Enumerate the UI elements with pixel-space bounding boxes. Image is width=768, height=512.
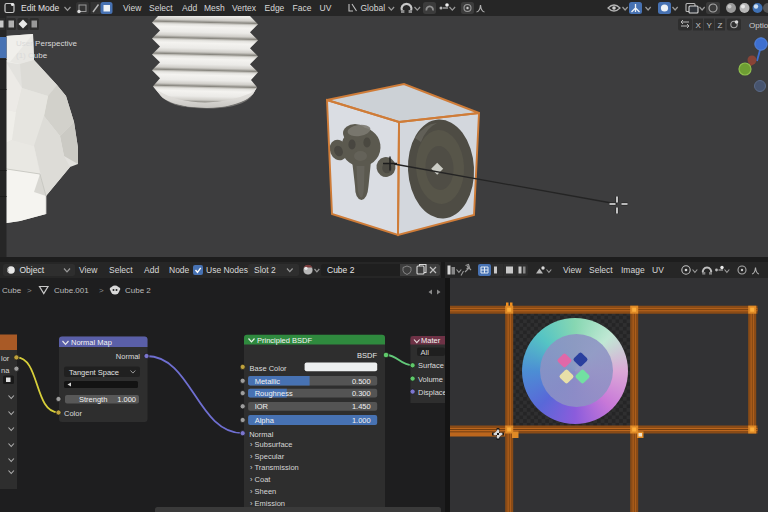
svg-text:IOR: IOR (255, 402, 269, 411)
svg-text:Color: Color (64, 409, 82, 418)
svg-text:› Emission: › Emission (250, 499, 285, 508)
svg-text:Cube 2: Cube 2 (125, 286, 151, 295)
svg-text:Normal: Normal (249, 430, 274, 439)
svg-text:X: X (696, 21, 702, 30)
svg-text:Edge: Edge (265, 3, 285, 13)
svg-text:Optio: Optio (749, 21, 768, 30)
svg-text:Global: Global (361, 3, 386, 13)
svg-text:Edit Mode: Edit Mode (21, 3, 60, 13)
svg-text:Select: Select (109, 265, 133, 275)
svg-text:View: View (563, 265, 582, 275)
svg-text:Face: Face (293, 3, 312, 13)
svg-text:Add: Add (144, 265, 159, 275)
svg-text:Image: Image (621, 265, 645, 275)
svg-text:Vertex: Vertex (232, 3, 257, 13)
svg-text:UV: UV (320, 3, 332, 13)
svg-text:Surface: Surface (418, 361, 444, 370)
svg-text:Volume: Volume (418, 375, 443, 384)
svg-text:› Specular: › Specular (250, 452, 285, 461)
svg-text:Y: Y (707, 21, 713, 30)
svg-text:0.300: 0.300 (352, 389, 371, 398)
svg-text:Tangent Space: Tangent Space (69, 368, 119, 377)
svg-text:Use Nodes: Use Nodes (206, 265, 248, 275)
svg-text:Object: Object (20, 265, 45, 275)
svg-text:Roughness: Roughness (255, 389, 293, 398)
svg-text:Node: Node (169, 265, 190, 275)
svg-text:User Perspective: User Perspective (16, 39, 77, 48)
svg-text:Mater: Mater (421, 336, 441, 345)
svg-text:View: View (79, 265, 98, 275)
svg-text:>: > (27, 286, 32, 295)
svg-text:› Coat: › Coat (250, 475, 271, 484)
svg-text:Strength: Strength (79, 395, 107, 404)
svg-text:Cube.001: Cube.001 (54, 286, 89, 295)
svg-text:› Subsurface: › Subsurface (250, 440, 293, 449)
svg-text:Normal: Normal (116, 352, 141, 361)
svg-text:Metallic: Metallic (255, 377, 281, 386)
svg-text:1.450: 1.450 (352, 402, 371, 411)
svg-text:Cube 2: Cube 2 (327, 265, 355, 275)
svg-text:0.500: 0.500 (352, 377, 371, 386)
svg-text:Cube: Cube (2, 286, 22, 295)
svg-text:1.000: 1.000 (352, 416, 371, 425)
svg-text:lor: lor (1, 354, 10, 363)
svg-text:>: > (99, 286, 104, 295)
svg-text:Alpha: Alpha (255, 416, 275, 425)
svg-text:1.000: 1.000 (117, 395, 136, 404)
svg-text:View: View (123, 3, 142, 13)
svg-text:Select: Select (149, 3, 173, 13)
svg-text:Z: Z (718, 21, 723, 30)
svg-text:(1) Cube: (1) Cube (16, 51, 48, 60)
svg-text:Select: Select (589, 265, 613, 275)
svg-text:Mesh: Mesh (204, 3, 225, 13)
svg-text:Principled BSDF: Principled BSDF (257, 336, 312, 345)
svg-text:All: All (421, 348, 430, 357)
svg-text:Displacem: Displacem (418, 388, 445, 397)
svg-text:Base Color: Base Color (250, 364, 288, 373)
svg-text:Slot 2: Slot 2 (254, 265, 276, 275)
svg-text:BSDF: BSDF (357, 351, 377, 360)
svg-text:› Sheen: › Sheen (250, 487, 276, 496)
svg-text:› Transmission: › Transmission (250, 463, 299, 472)
svg-text:na: na (1, 366, 10, 375)
svg-text:Normal Map: Normal Map (71, 338, 112, 347)
svg-text:Add: Add (182, 3, 197, 13)
svg-text:UV: UV (652, 265, 664, 275)
